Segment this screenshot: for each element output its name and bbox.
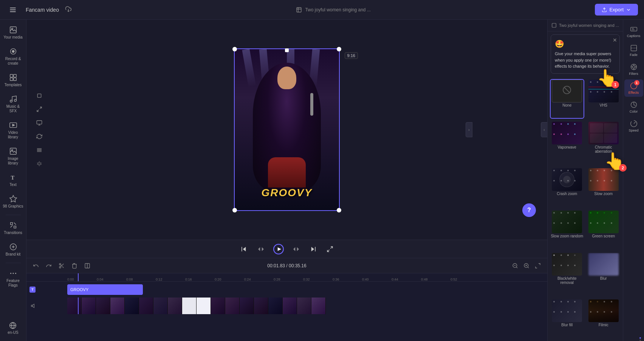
- film-thumb: [311, 298, 326, 314]
- crop-tool[interactable]: [34, 90, 45, 101]
- tooltip-emoji: 🤩: [555, 39, 616, 49]
- text-track-clip[interactable]: GROOVY: [67, 284, 143, 295]
- effects-panel: Two joyful women singing and ... ✕ 🤩 Giv…: [547, 20, 623, 341]
- sidebar-item-video-library[interactable]: Video library: [2, 118, 25, 143]
- resize-tool[interactable]: [34, 104, 45, 115]
- skip-back-button[interactable]: [238, 244, 249, 254]
- film-thumb: [240, 298, 254, 314]
- panel-toggle[interactable]: ‹: [541, 122, 547, 137]
- effect-card-none[interactable]: None: [550, 79, 584, 119]
- play-pause-button[interactable]: [272, 242, 285, 256]
- effect-card-blur[interactable]: Blur: [587, 252, 621, 296]
- film-thumb: [211, 298, 225, 314]
- effect-card-vaporwave[interactable]: Vaporwave: [550, 121, 584, 165]
- sidebar-item-text[interactable]: T Text: [2, 170, 25, 190]
- far-right-filters[interactable]: Filters: [624, 60, 643, 78]
- aspect-ratio-badge: 9:16: [345, 52, 358, 59]
- svg-point-67: [632, 66, 635, 68]
- refresh-tool[interactable]: [34, 131, 45, 142]
- captions-label: Captions: [627, 34, 641, 38]
- sidebar-item-label-transitions: Transitions: [4, 231, 22, 235]
- svg-text:T: T: [11, 175, 14, 181]
- language-selector[interactable]: en-US: [6, 318, 20, 338]
- sidebar-item-label-text: Text: [9, 183, 16, 187]
- track-mute-button[interactable]: [29, 302, 37, 310]
- film-thumb: [168, 298, 182, 314]
- svg-point-22: [13, 273, 14, 274]
- effect-label-slow-zoom: Slow zoom: [594, 191, 613, 197]
- effect-card-slow-zoom-random[interactable]: Slow zoom random: [550, 210, 584, 250]
- undo-button[interactable]: [31, 261, 41, 271]
- tooltip-close-button[interactable]: ✕: [613, 37, 617, 43]
- sidebar-item-label-music: Music & SFX: [3, 104, 23, 113]
- scroll-indicator: [639, 337, 641, 341]
- fullscreen-button[interactable]: [325, 244, 335, 254]
- far-right-captions[interactable]: Captions: [624, 23, 643, 40]
- svg-marker-40: [311, 247, 314, 251]
- film-thumb: [254, 298, 268, 314]
- sidebar-item-graphics[interactable]: 98 Graphics: [2, 192, 25, 212]
- far-right-speed[interactable]: Speed: [624, 117, 643, 135]
- filters-icon: [630, 63, 638, 71]
- effect-card-chromatic-aberration[interactable]: Chromatic aberration: [587, 121, 621, 165]
- far-right-toolbar: Captions Fade Filters 1 Effects Colo: [623, 20, 644, 341]
- menu-button[interactable]: [6, 3, 20, 17]
- app-title: Fancam video: [26, 7, 59, 13]
- sidebar-item-feature-flags[interactable]: Feature Flags: [2, 266, 25, 291]
- far-right-color[interactable]: Color: [624, 98, 643, 116]
- svg-line-47: [62, 266, 64, 268]
- effect-card-vhs[interactable]: VHS: [587, 79, 621, 119]
- fade-icon: [630, 44, 638, 52]
- effect-label-crash-zoom: Crash zoom: [557, 191, 577, 197]
- zoom-in-button[interactable]: [522, 261, 531, 271]
- effect-label-none: None: [562, 102, 571, 108]
- cloud-sync-icon[interactable]: [65, 6, 72, 14]
- svg-point-13: [10, 100, 12, 102]
- effect-card-green-screen[interactable]: Green screen: [587, 210, 621, 250]
- svg-point-24: [10, 273, 11, 274]
- rewind-button[interactable]: [255, 244, 266, 254]
- sidebar-item-transitions[interactable]: Transitions: [2, 218, 25, 238]
- right-panel-toggle[interactable]: ›: [466, 122, 472, 137]
- film-thumb: [182, 298, 197, 314]
- language-label: en-US: [8, 330, 18, 335]
- far-right-fade[interactable]: Fade: [624, 42, 643, 59]
- captions-icon: [630, 25, 638, 33]
- svg-rect-26: [37, 94, 41, 97]
- align-tool[interactable]: [34, 145, 45, 155]
- sidebar-item-brand-kit[interactable]: Brand kit: [2, 240, 25, 260]
- video-track-content[interactable]: [67, 298, 547, 314]
- film-thumb: [268, 298, 283, 314]
- expand-timeline-button[interactable]: [533, 261, 543, 271]
- monitor-tool[interactable]: [34, 118, 45, 128]
- effect-card-blur-fill[interactable]: Blur fill: [550, 299, 584, 339]
- sidebar-item-label-brand: Brand kit: [6, 252, 20, 257]
- split-button[interactable]: [82, 261, 92, 271]
- zoom-out-button[interactable]: [510, 261, 520, 271]
- effect-card-slow-zoom[interactable]: Slow zoom: [587, 167, 621, 208]
- sidebar-item-templates[interactable]: Templates: [2, 70, 25, 90]
- flip-tool[interactable]: [34, 158, 45, 169]
- skip-forward-button[interactable]: [308, 244, 319, 254]
- sidebar-item-image-library[interactable]: Image library: [2, 144, 25, 169]
- film-thumb: [96, 298, 110, 314]
- help-button[interactable]: ?: [522, 203, 536, 217]
- groovy-text: GROOVY: [235, 187, 339, 199]
- effect-card-bw-removal[interactable]: Black/white removal: [550, 252, 584, 296]
- svg-point-23: [15, 273, 16, 274]
- effect-card-filmic[interactable]: Filmic: [587, 299, 621, 339]
- cut-button[interactable]: [57, 261, 67, 271]
- forward-button[interactable]: [291, 244, 302, 254]
- text-track-label: GROOVY: [70, 287, 88, 292]
- delete-button[interactable]: [70, 261, 79, 271]
- effect-label-bw-removal: Black/white removal: [551, 276, 584, 285]
- svg-marker-36: [243, 247, 246, 251]
- export-button[interactable]: Export: [595, 4, 638, 16]
- redo-button[interactable]: [44, 261, 54, 271]
- sidebar-item-record[interactable]: Record & create: [2, 44, 25, 69]
- far-right-effects[interactable]: 1 Effects: [624, 79, 643, 97]
- effect-card-crash-zoom[interactable]: Crash zoom: [550, 167, 584, 208]
- effect-label-blur-fill: Blur fill: [561, 322, 573, 328]
- sidebar-item-your-media[interactable]: Your media: [2, 23, 25, 43]
- sidebar-item-music[interactable]: Music & SFX: [2, 92, 25, 116]
